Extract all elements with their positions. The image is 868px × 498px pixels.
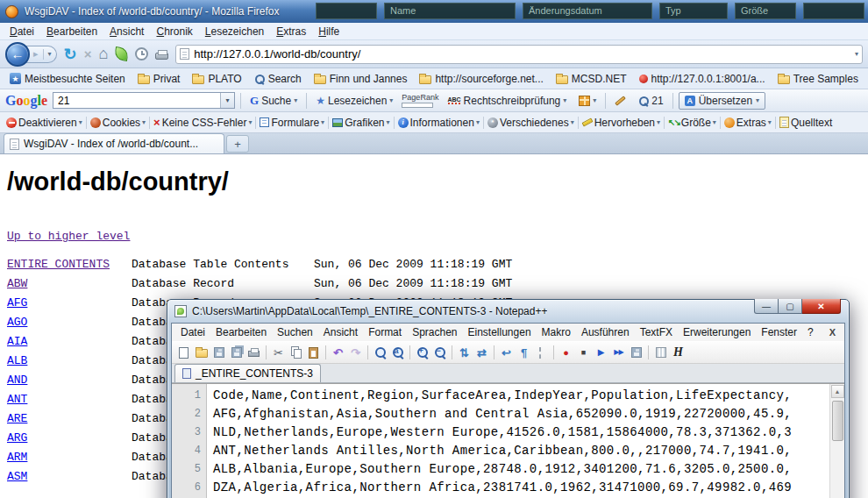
save-macro-button[interactable] bbox=[628, 345, 644, 361]
entry-link[interactable]: ASM bbox=[7, 467, 132, 487]
npp-menu-datei[interactable]: Datei bbox=[175, 325, 210, 339]
document-close-button[interactable]: X bbox=[824, 327, 841, 338]
paste-button[interactable] bbox=[305, 345, 322, 361]
npp-menu-ansicht[interactable]: Ansicht bbox=[318, 325, 363, 339]
record-macro-button[interactable]: ● bbox=[558, 345, 574, 361]
npp-menu-makro[interactable]: Makro bbox=[537, 325, 576, 339]
zoom-in-button[interactable]: + bbox=[414, 345, 430, 361]
redo-button[interactable]: ↷ bbox=[347, 345, 364, 361]
entry-link[interactable]: AGO bbox=[7, 313, 132, 332]
bookmark-folder-finn-und-jannes[interactable]: Finn und Jannes bbox=[309, 72, 412, 86]
url-bar[interactable]: http://127.0.0.1/world-db/country/ ▾ bbox=[175, 45, 863, 64]
google-search-input[interactable]: 21 ▾ bbox=[53, 92, 235, 109]
bookmark-sourceforge[interactable]: http://sourceforge.net... bbox=[415, 72, 547, 86]
hex-editor-button[interactable]: H bbox=[670, 345, 687, 361]
webdev-formulare[interactable]: Formulare▾ bbox=[257, 117, 327, 129]
bookmark-folder-tree-samples[interactable]: Tree Samples bbox=[773, 72, 863, 86]
npp-menu-bearbeiten[interactable]: Bearbeiten bbox=[210, 325, 272, 339]
history-dropdown-icon[interactable]: ▾ bbox=[48, 50, 52, 58]
entry-link[interactable]: ENTIRE CONTENTS bbox=[7, 255, 132, 274]
find-button[interactable] bbox=[372, 345, 388, 361]
new-file-button[interactable] bbox=[175, 345, 192, 361]
menu-hilfe[interactable]: Hilfe bbox=[312, 24, 345, 39]
entry-link[interactable]: ARM bbox=[7, 448, 132, 467]
bookmark-meistbesuchte-seiten[interactable]: ★Meistbesuchte Seiten bbox=[5, 72, 130, 86]
url-dropdown-icon[interactable]: ▾ bbox=[855, 50, 858, 58]
entry-link[interactable]: AFG bbox=[7, 294, 132, 313]
webdev-informationen[interactable]: iInformationen▾ bbox=[395, 117, 482, 129]
sync-scroll-horizontal-button[interactable]: ⇄ bbox=[473, 345, 490, 361]
print-button[interactable] bbox=[155, 53, 168, 60]
webdev-quelltext[interactable]: Quelltext bbox=[777, 117, 835, 129]
back-button[interactable]: ← bbox=[5, 42, 30, 67]
history-clock-button[interactable] bbox=[135, 47, 148, 60]
spellcheck-button[interactable]: ABCRechtschreibprüfung▾ bbox=[444, 92, 570, 110]
sync-scroll-vertical-button[interactable]: ⇅ bbox=[456, 345, 473, 361]
stop-macro-button[interactable]: ■ bbox=[575, 345, 592, 361]
new-tab-button[interactable]: + bbox=[226, 135, 249, 153]
webdev-groesse[interactable]: ↖↘Größe▾ bbox=[665, 117, 719, 129]
highlighter-button[interactable] bbox=[611, 92, 630, 110]
show-all-characters-button[interactable]: ¶ bbox=[516, 345, 532, 361]
translate-button[interactable]: AÜbersetzen▾ bbox=[679, 92, 765, 110]
word-wrap-button[interactable]: ↩ bbox=[498, 345, 515, 361]
copy-button[interactable] bbox=[288, 345, 304, 361]
replace-button[interactable]: a bbox=[389, 345, 406, 361]
scrollbar-thumb[interactable] bbox=[832, 401, 843, 441]
bookmark-search[interactable]: Search bbox=[250, 72, 306, 86]
close-button[interactable]: ✕ bbox=[802, 299, 841, 314]
play-macro-button[interactable]: ▶ bbox=[593, 345, 609, 361]
bookmark-folder-privat[interactable]: Privat bbox=[133, 72, 185, 86]
gift-button[interactable]: ▾ bbox=[575, 92, 600, 110]
minimize-button[interactable]: — bbox=[754, 299, 779, 314]
menu-datei[interactable]: Datei bbox=[4, 24, 40, 39]
webdev-css-fehler[interactable]: ×Keine CSS-Fehler▾ bbox=[151, 117, 254, 129]
bookmark-folder-plato[interactable]: PLATO bbox=[188, 72, 245, 86]
npp-menu-hilfe[interactable]: ? bbox=[802, 325, 819, 339]
reload-button[interactable]: ↻ bbox=[64, 45, 77, 64]
bookmark-folder-mcsd[interactable]: MCSD.NET bbox=[551, 72, 631, 86]
bookmark-localhost-8001[interactable]: http://127.0.0.1:8001/a... bbox=[635, 72, 770, 86]
save-all-button[interactable] bbox=[228, 345, 245, 361]
menu-lesezeichen[interactable]: Lesezeichen bbox=[199, 24, 270, 39]
indent-guide-button[interactable] bbox=[533, 345, 550, 361]
webdev-cookies[interactable]: Cookies▾ bbox=[88, 117, 148, 129]
vertical-scrollbar[interactable]: ▲ bbox=[829, 384, 844, 498]
entry-link[interactable]: ANT bbox=[7, 390, 132, 409]
npp-menu-sprachen[interactable]: Sprachen bbox=[407, 325, 462, 339]
print-button[interactable] bbox=[245, 345, 262, 361]
notepadpp-titlebar[interactable]: C:\Users\Martin\AppData\Local\Temp\_ENTI… bbox=[167, 300, 849, 323]
google-search-button[interactable]: GSuche▾ bbox=[246, 92, 301, 110]
google-bookmarks-button[interactable]: ★Lesezeichen▾ bbox=[312, 92, 396, 110]
save-button[interactable] bbox=[210, 345, 227, 361]
scrollbar-up-arrow[interactable]: ▲ bbox=[831, 385, 844, 398]
up-to-higher-level-link[interactable]: Up to higher level bbox=[7, 230, 130, 243]
entry-link[interactable]: AIA bbox=[7, 332, 132, 352]
pagerank-indicator[interactable]: PageRank bbox=[402, 93, 438, 108]
entry-link[interactable]: ARE bbox=[7, 409, 132, 429]
npp-menu-suchen[interactable]: Suchen bbox=[272, 325, 318, 339]
open-file-button[interactable] bbox=[193, 345, 210, 361]
editor-area[interactable]: 1 2 3 4 5 6 Code,Name,Continent,Region,S… bbox=[172, 383, 844, 498]
tab-wsgidav-index[interactable]: WsgiDAV - Index of /world-db/count... bbox=[4, 133, 224, 153]
doc-switcher-button[interactable] bbox=[652, 345, 669, 361]
stop-button[interactable]: × bbox=[84, 46, 92, 61]
menu-chronik[interactable]: Chronik bbox=[150, 24, 198, 39]
entry-link[interactable]: ALB bbox=[7, 352, 132, 371]
code-area[interactable]: Code,Name,Continent,Region,SurfaceArea,I… bbox=[207, 384, 829, 498]
word-find-counter[interactable]: 21 bbox=[635, 92, 666, 110]
entry-link[interactable]: ABW bbox=[7, 274, 132, 294]
npp-menu-einstellungen[interactable]: Einstellungen bbox=[463, 325, 537, 339]
menu-bearbeiten[interactable]: Bearbeiten bbox=[40, 24, 103, 39]
zoom-out-button[interactable]: − bbox=[431, 345, 448, 361]
undo-button[interactable]: ↶ bbox=[330, 345, 346, 361]
webdev-grafiken[interactable]: Grafiken▾ bbox=[330, 117, 392, 129]
maximize-button[interactable]: ▢ bbox=[779, 299, 802, 314]
firefox-titlebar[interactable]: WsgiDAV - Index of /world-db/country/ - … bbox=[0, 0, 868, 23]
menu-extras[interactable]: Extras bbox=[270, 24, 312, 39]
home-button[interactable]: ⌂ bbox=[98, 45, 108, 63]
npp-menu-format[interactable]: Format bbox=[363, 325, 407, 339]
npp-menu-textfx[interactable]: TextFX bbox=[635, 325, 678, 339]
cut-button[interactable]: ✂ bbox=[270, 345, 287, 361]
webdev-extras[interactable]: Extras▾ bbox=[722, 117, 774, 129]
